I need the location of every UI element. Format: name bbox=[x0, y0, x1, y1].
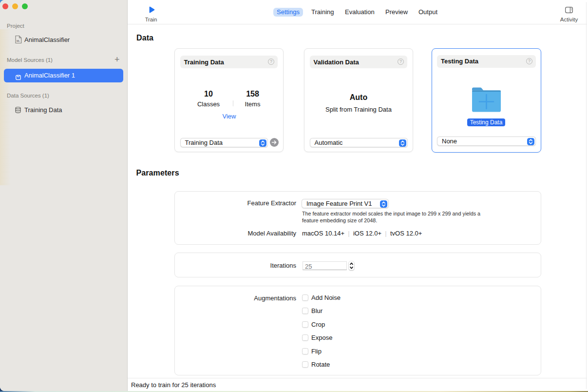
svg-text:ML: ML bbox=[17, 40, 20, 42]
